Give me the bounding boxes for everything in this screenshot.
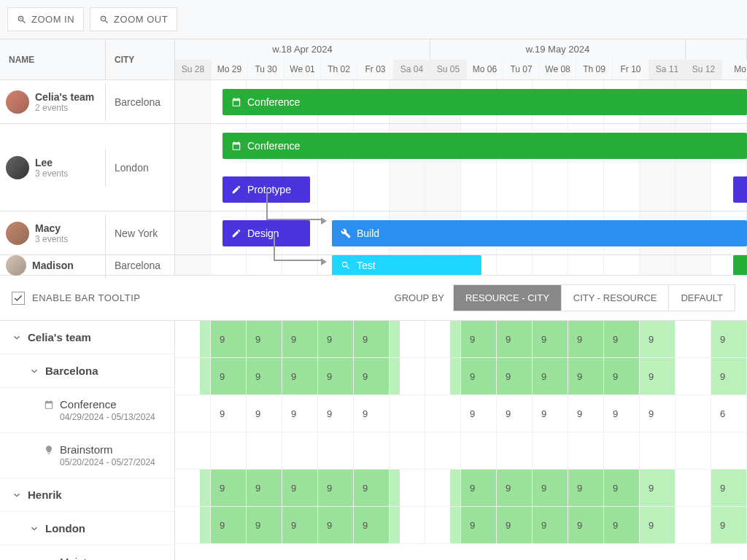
resource-row[interactable]: Lee 3 events London bbox=[0, 124, 174, 211]
event-label: Conference bbox=[247, 140, 300, 152]
bottom-cell: 9 bbox=[461, 358, 497, 394]
resource-sub: 3 events bbox=[35, 168, 68, 179]
bottom-cell bbox=[390, 470, 425, 506]
day-cell: Sa 04 bbox=[394, 60, 430, 80]
event-bar-conference[interactable]: Conference bbox=[222, 89, 747, 115]
timeline-row: Design Build bbox=[175, 211, 747, 255]
tree-label: London bbox=[45, 522, 85, 534]
bottom-cell: 9 bbox=[533, 358, 568, 394]
chevron-down-icon bbox=[29, 366, 39, 376]
tree-item-celia[interactable]: Celia's team bbox=[0, 321, 174, 354]
resource-row[interactable]: Macy 3 events New York bbox=[0, 211, 174, 255]
bottom-cell: 9 bbox=[568, 470, 604, 506]
segment-city-resource[interactable]: CITY - RESOURCE bbox=[562, 285, 670, 311]
bottom-cell: 9 bbox=[247, 507, 282, 543]
enable-tooltip-checkbox[interactable] bbox=[12, 292, 25, 305]
event-label: Test bbox=[357, 260, 376, 271]
bottom-cell bbox=[425, 395, 461, 432]
bottom-cell: 9 bbox=[354, 395, 390, 432]
resource-sub: 3 events bbox=[35, 234, 68, 244]
day-cell: Su 05 bbox=[430, 60, 467, 80]
bottom-cell: 9 bbox=[461, 507, 497, 543]
bottom-cell: 9 bbox=[461, 395, 497, 432]
bottom-cell: 9 bbox=[282, 507, 318, 543]
group-by-segment: RESOURCE - CITY CITY - RESOURCE DEFAULT bbox=[453, 284, 735, 311]
bottom-cell: 9 bbox=[533, 321, 568, 357]
bottom-cell: 9 bbox=[247, 321, 282, 357]
bottom-cell bbox=[390, 358, 425, 394]
tree-item-conference[interactable]: Conference 04/29/2024 - 05/13/2024 bbox=[0, 388, 174, 433]
bottom-cell bbox=[676, 395, 711, 432]
bottom-cell bbox=[425, 507, 461, 543]
tree-label: Henrik bbox=[28, 489, 62, 501]
bottom-cell: 9 bbox=[640, 395, 676, 432]
tree-item-london[interactable]: London bbox=[0, 512, 174, 545]
resource-row[interactable]: Madison Barcelona bbox=[0, 255, 174, 276]
bottom-cell bbox=[425, 321, 461, 357]
zoom-out-button[interactable]: ZOOM OUT bbox=[90, 7, 177, 31]
bottom-cell: 9 bbox=[711, 321, 747, 357]
chevron-down-icon bbox=[12, 490, 22, 500]
tree-label: Barcelona bbox=[45, 365, 98, 377]
week-cell bbox=[686, 39, 747, 60]
day-cell: Mo 06 bbox=[467, 60, 503, 80]
group-by-label: GROUP BY bbox=[395, 292, 444, 303]
bottom-cell: 9 bbox=[711, 358, 747, 394]
day-cell: Fr 03 bbox=[357, 60, 394, 80]
tree-item-henrik[interactable]: Henrik bbox=[0, 478, 174, 512]
event-bar[interactable] bbox=[733, 255, 747, 275]
bottom-cell bbox=[425, 432, 461, 469]
bottom-cell: 9 bbox=[640, 358, 676, 394]
lightbulb-icon bbox=[44, 445, 54, 455]
tree-item-maintenance[interactable]: Maintenance bbox=[0, 545, 174, 560]
timeline-row: Conference Prototype bbox=[175, 124, 747, 211]
bottom-cell: 9 bbox=[497, 395, 533, 432]
tree-dates: 05/20/2024 - 05/27/2024 bbox=[60, 457, 155, 467]
event-bar[interactable] bbox=[733, 176, 747, 203]
tree-item-brainstorm[interactable]: Brainstorm 05/20/2024 - 05/27/2024 bbox=[0, 433, 174, 478]
bottom-cell bbox=[533, 432, 568, 469]
avatar bbox=[6, 90, 29, 114]
segment-default[interactable]: DEFAULT bbox=[669, 285, 735, 311]
zoom-in-button[interactable]: ZOOM IN bbox=[7, 7, 84, 31]
bottom-cell bbox=[175, 507, 211, 543]
bottom-cell: 9 bbox=[318, 507, 354, 543]
event-bar-test[interactable]: Test bbox=[332, 255, 481, 275]
tree-label: Celia's team bbox=[28, 331, 91, 343]
tree-dates: 04/29/2024 - 05/13/2024 bbox=[60, 412, 155, 422]
resource-row[interactable]: Celia's team 2 events Barcelona bbox=[0, 80, 174, 124]
bottom-cell bbox=[640, 432, 676, 469]
event-bar-build[interactable]: Build bbox=[332, 220, 747, 246]
timeline-row: Conference bbox=[175, 80, 747, 124]
bottom-timeline-row: 999999999999 bbox=[175, 321, 747, 358]
timeline-row: Test bbox=[175, 255, 747, 275]
bottom-cell: 6 bbox=[711, 395, 747, 432]
avatar bbox=[6, 156, 29, 179]
segment-resource-city[interactable]: RESOURCE - CITY bbox=[454, 285, 562, 311]
chevron-down-icon bbox=[29, 524, 39, 534]
bottom-cell: 9 bbox=[354, 470, 390, 506]
event-label: Build bbox=[357, 228, 379, 239]
bottom-cell bbox=[390, 395, 425, 432]
resource-name: Lee bbox=[35, 157, 68, 168]
pencil-icon bbox=[231, 228, 241, 238]
resource-city: New York bbox=[106, 220, 174, 246]
bottom-cell: 9 bbox=[640, 470, 676, 506]
search-icon bbox=[341, 260, 351, 271]
bottom-cell: 9 bbox=[568, 507, 604, 543]
checkbox-label: ENABLE BAR TOOLTIP bbox=[32, 292, 140, 303]
bottom-cell: 9 bbox=[354, 321, 390, 357]
bottom-cell bbox=[247, 432, 282, 469]
bottom-cell: 9 bbox=[640, 321, 676, 357]
event-label: Conference bbox=[247, 96, 300, 108]
bottom-cell: 9 bbox=[318, 321, 354, 357]
bottom-cell bbox=[282, 432, 318, 469]
event-bar-conference[interactable]: Conference bbox=[222, 133, 747, 159]
bottom-cell: 9 bbox=[461, 321, 497, 357]
bottom-cell: 9 bbox=[282, 470, 318, 506]
bottom-cell: 9 bbox=[318, 358, 354, 394]
bottom-cell: 9 bbox=[211, 470, 247, 506]
tree-item-barcelona[interactable]: Barcelona bbox=[0, 354, 174, 388]
resource-name: Celia's team bbox=[35, 91, 94, 103]
bottom-cell bbox=[175, 432, 211, 469]
